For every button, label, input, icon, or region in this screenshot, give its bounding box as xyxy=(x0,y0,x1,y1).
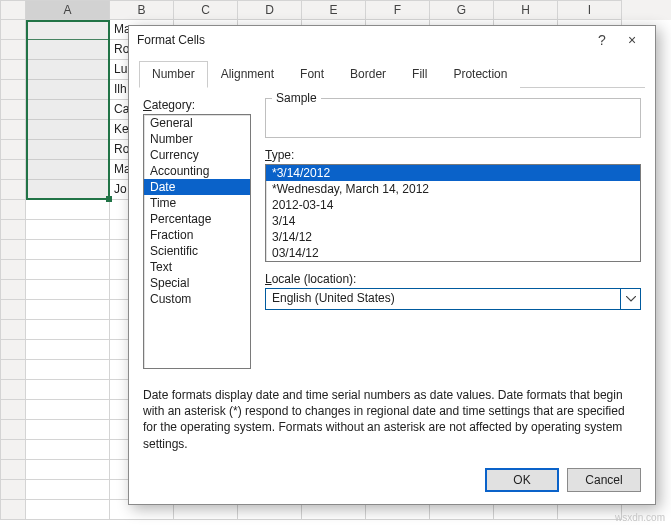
help-button[interactable]: ? xyxy=(587,32,617,48)
cell[interactable] xyxy=(26,340,110,360)
type-item[interactable]: 14-Mar xyxy=(266,261,640,262)
tab-border[interactable]: Border xyxy=(337,61,399,88)
cell[interactable] xyxy=(26,80,110,100)
row-header[interactable] xyxy=(0,200,26,220)
cell[interactable] xyxy=(26,180,110,200)
row-header[interactable] xyxy=(0,360,26,380)
tab-font[interactable]: Font xyxy=(287,61,337,88)
row-header[interactable] xyxy=(0,300,26,320)
cell[interactable] xyxy=(26,100,110,120)
row-header[interactable] xyxy=(0,140,26,160)
type-item[interactable]: *3/14/2012 xyxy=(266,165,640,181)
col-header-A[interactable]: A xyxy=(26,0,110,20)
locale-label: Locale (location): xyxy=(265,272,641,286)
select-all-corner[interactable] xyxy=(0,0,26,20)
row-header[interactable] xyxy=(0,400,26,420)
cell[interactable] xyxy=(26,400,110,420)
col-header-H[interactable]: H xyxy=(494,0,558,20)
cell[interactable] xyxy=(26,40,110,60)
row-header[interactable] xyxy=(0,220,26,240)
format-cells-dialog: Format Cells ? × Number Alignment Font B… xyxy=(128,25,656,505)
cell[interactable] xyxy=(26,20,110,40)
row-header[interactable] xyxy=(0,20,26,40)
type-list[interactable]: *3/14/2012*Wednesday, March 14, 20122012… xyxy=(265,164,641,262)
row-header[interactable] xyxy=(0,460,26,480)
row-header[interactable] xyxy=(0,180,26,200)
row-header[interactable] xyxy=(0,440,26,460)
row-header[interactable] xyxy=(0,420,26,440)
category-item[interactable]: Scientific xyxy=(144,243,250,259)
col-header-E[interactable]: E xyxy=(302,0,366,20)
locale-dropdown[interactable]: English (United States) xyxy=(265,288,641,310)
tab-alignment[interactable]: Alignment xyxy=(208,61,287,88)
chevron-down-icon[interactable] xyxy=(620,289,640,309)
col-header-I[interactable]: I xyxy=(558,0,622,20)
cancel-button[interactable]: Cancel xyxy=(567,468,641,492)
row-header[interactable] xyxy=(0,500,26,520)
cell[interactable] xyxy=(26,440,110,460)
cell[interactable] xyxy=(26,240,110,260)
cell[interactable] xyxy=(26,420,110,440)
row-header[interactable] xyxy=(0,340,26,360)
category-item[interactable]: Date xyxy=(144,179,250,195)
dialog-title: Format Cells xyxy=(137,33,587,47)
row-header[interactable] xyxy=(0,120,26,140)
category-item[interactable]: General xyxy=(144,115,250,131)
cell[interactable] xyxy=(26,500,110,520)
col-header-F[interactable]: F xyxy=(366,0,430,20)
type-label: Type: xyxy=(265,148,641,162)
row-header[interactable] xyxy=(0,240,26,260)
dialog-titlebar: Format Cells ? × xyxy=(129,26,655,54)
cell[interactable] xyxy=(26,200,110,220)
col-header-C[interactable]: C xyxy=(174,0,238,20)
col-header-D[interactable]: D xyxy=(238,0,302,20)
row-header[interactable] xyxy=(0,380,26,400)
close-button[interactable]: × xyxy=(617,32,647,48)
row-header[interactable] xyxy=(0,320,26,340)
format-description: Date formats display date and time seria… xyxy=(143,387,641,452)
row-header[interactable] xyxy=(0,280,26,300)
cell[interactable] xyxy=(26,360,110,380)
category-item[interactable]: Text xyxy=(144,259,250,275)
cell[interactable] xyxy=(26,140,110,160)
cell[interactable] xyxy=(26,280,110,300)
category-item[interactable]: Custom xyxy=(144,291,250,307)
cell[interactable] xyxy=(26,480,110,500)
row-header[interactable] xyxy=(0,260,26,280)
category-item[interactable]: Currency xyxy=(144,147,250,163)
cell[interactable] xyxy=(26,460,110,480)
category-item[interactable]: Special xyxy=(144,275,250,291)
row-header[interactable] xyxy=(0,80,26,100)
cell[interactable] xyxy=(26,220,110,240)
category-item[interactable]: Time xyxy=(144,195,250,211)
type-item[interactable]: 3/14/12 xyxy=(266,229,640,245)
type-item[interactable]: 03/14/12 xyxy=(266,245,640,261)
cell[interactable] xyxy=(26,300,110,320)
row-header[interactable] xyxy=(0,480,26,500)
col-header-B[interactable]: B xyxy=(110,0,174,20)
type-item[interactable]: 3/14 xyxy=(266,213,640,229)
category-list[interactable]: GeneralNumberCurrencyAccountingDateTimeP… xyxy=(143,114,251,369)
row-header[interactable] xyxy=(0,60,26,80)
cell[interactable] xyxy=(26,260,110,280)
cell[interactable] xyxy=(26,60,110,80)
tab-protection[interactable]: Protection xyxy=(440,61,520,88)
row-header[interactable] xyxy=(0,40,26,60)
category-item[interactable]: Number xyxy=(144,131,250,147)
tab-number[interactable]: Number xyxy=(139,61,208,88)
row-header[interactable] xyxy=(0,100,26,120)
cell[interactable] xyxy=(26,160,110,180)
category-item[interactable]: Percentage xyxy=(144,211,250,227)
col-header-G[interactable]: G xyxy=(430,0,494,20)
type-item[interactable]: *Wednesday, March 14, 2012 xyxy=(266,181,640,197)
type-item[interactable]: 2012-03-14 xyxy=(266,197,640,213)
ok-button[interactable]: OK xyxy=(485,468,559,492)
category-item[interactable]: Fraction xyxy=(144,227,250,243)
cell[interactable] xyxy=(26,120,110,140)
cell[interactable] xyxy=(26,320,110,340)
row-header[interactable] xyxy=(0,160,26,180)
dialog-tabs: Number Alignment Font Border Fill Protec… xyxy=(139,54,645,88)
tab-fill[interactable]: Fill xyxy=(399,61,440,88)
category-item[interactable]: Accounting xyxy=(144,163,250,179)
cell[interactable] xyxy=(26,380,110,400)
